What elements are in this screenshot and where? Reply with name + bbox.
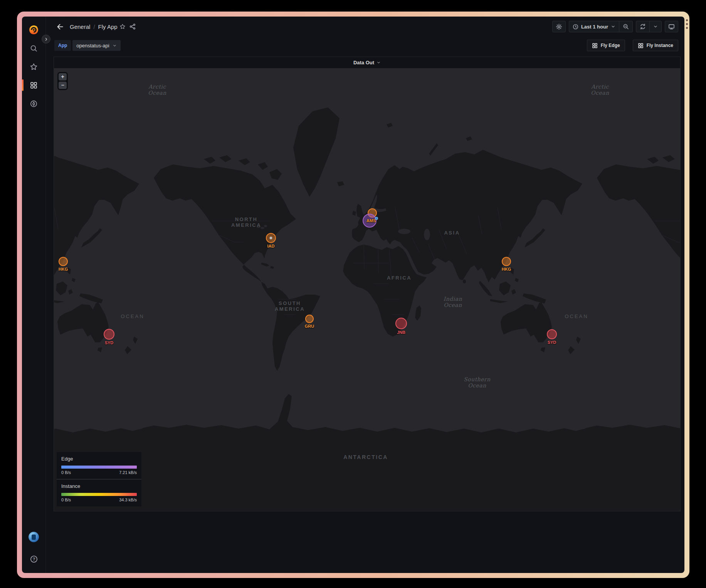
variable-label[interactable]: App (54, 40, 71, 51)
help-icon[interactable]: ? (25, 551, 42, 568)
legend-max: 34.3 kB/s (119, 498, 137, 502)
refresh-group (636, 21, 662, 32)
breadcrumb: General / Fly App (70, 23, 118, 30)
dashboard-settings-button[interactable] (552, 21, 566, 32)
legend-title: Edge (61, 456, 137, 462)
map-legend: Edge0 B/s7.21 kB/sInstance0 B/s34.3 kB/s (57, 452, 141, 506)
legend-min: 0 B/s (61, 498, 71, 502)
panel-title: Data Out (353, 60, 374, 65)
map-marker-syd2[interactable] (547, 329, 557, 339)
star-dashboard-icon[interactable] (118, 22, 128, 32)
app-variable-dropdown[interactable]: openstatus-api (72, 40, 120, 51)
zoom-out-time-button[interactable] (619, 21, 632, 32)
map-marker-hkg[interactable] (59, 257, 68, 266)
time-picker-group: Last 1 hour (569, 21, 633, 32)
active-indicator (22, 79, 24, 91)
back-arrow-icon[interactable] (54, 21, 65, 32)
dashboard-content: Data Out (46, 54, 684, 573)
sidebar-item-explore[interactable] (25, 95, 42, 112)
refresh-interval-dropdown[interactable] (650, 21, 661, 32)
time-range-label: Last 1 hour (581, 24, 608, 30)
map-marker-gru[interactable] (305, 315, 314, 323)
legend-gradient-bar (61, 493, 137, 496)
time-range-picker[interactable]: Last 1 hour (569, 21, 619, 32)
map-marker-jnb[interactable] (395, 318, 407, 329)
legend-section-edge: Edge0 B/s7.21 kB/s (57, 452, 141, 479)
app-variable-value: openstatus-api (76, 43, 109, 49)
map-zoom-out-button[interactable]: − (59, 82, 67, 89)
panel-title-menu[interactable]: Data Out (54, 57, 680, 68)
map-zoom-controls: + − (57, 72, 68, 90)
breadcrumb-folder[interactable]: General (70, 23, 90, 30)
map-marker-edge[interactable] (375, 217, 378, 220)
fly-edge-link-button[interactable]: Fly Edge (587, 40, 625, 51)
map-zoom-in-button[interactable]: + (59, 73, 67, 80)
sidebar-item-search[interactable] (25, 40, 42, 57)
window-frame: ? General / Fly App (17, 12, 689, 578)
frame-drag-dots-icon (686, 19, 688, 29)
share-icon[interactable] (128, 22, 138, 32)
fly-instance-link-button[interactable]: Fly Instance (633, 40, 678, 51)
top-navbar: General / Fly App (46, 17, 684, 37)
grafana-app: ? General / Fly App (22, 17, 684, 573)
topnav-actions: Last 1 hour (552, 21, 678, 32)
legend-min: 0 B/s (61, 470, 71, 475)
variables-toolbar: App openstatus-api Fly Edge (46, 37, 684, 54)
map-marker-syd[interactable] (104, 329, 114, 340)
world-basemap (54, 68, 680, 511)
map-canvas[interactable]: + − Edge0 B/s7.21 kB/sInstance0 B/s34.3 … (54, 68, 680, 511)
map-marker-hkg2[interactable] (502, 257, 511, 266)
breadcrumb-page: Fly App (98, 23, 118, 30)
legend-gradient-bar (61, 466, 137, 469)
tv-mode-button[interactable] (665, 21, 678, 32)
legend-max: 7.21 kB/s (119, 470, 137, 475)
sidebar: ? (22, 17, 46, 573)
legend-title: Instance (61, 483, 137, 489)
geomap-panel: Data Out (54, 57, 681, 511)
breadcrumb-separator: / (93, 23, 95, 30)
svg-text:?: ? (32, 557, 35, 561)
sidebar-item-dashboards[interactable] (25, 77, 42, 94)
main-area: General / Fly App (46, 17, 684, 573)
grafana-logo-icon[interactable] (25, 21, 42, 38)
map-marker-ams[interactable] (363, 214, 377, 228)
map-marker-center-dot (270, 237, 272, 240)
user-avatar[interactable] (29, 532, 39, 542)
legend-section-instance: Instance0 B/s34.3 kB/s (57, 479, 141, 506)
refresh-button[interactable] (636, 21, 649, 32)
sidebar-expand-button[interactable] (42, 35, 50, 44)
sidebar-item-starred[interactable] (25, 58, 42, 75)
